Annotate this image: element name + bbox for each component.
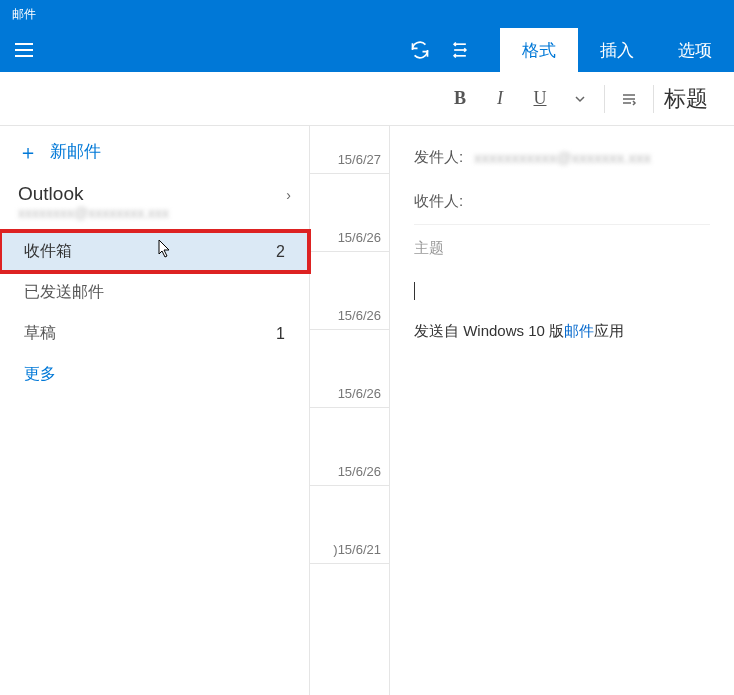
new-mail-label: 新邮件 [50, 140, 101, 163]
subject-input[interactable]: 主题 [414, 224, 710, 272]
message-date: 15/6/26 [338, 464, 381, 479]
hamburger-menu-icon[interactable] [15, 43, 33, 57]
message-item[interactable]: 15/6/27 [310, 126, 389, 174]
folder-more[interactable]: 更多 [0, 354, 309, 395]
message-item[interactable]: 15/6/26 [310, 330, 389, 408]
message-body[interactable]: 发送自 Windows 10 版邮件应用 [414, 272, 710, 341]
message-date: 15/6/26 [338, 308, 381, 323]
sidebar: ＋ 新邮件 Outlook xxxxxxxx@xxxxxxxx.xxx › 收件… [0, 126, 310, 695]
message-list: 15/6/27 15/6/26 15/6/26 15/6/26 15/6/26 … [310, 126, 390, 695]
app-title: 邮件 [12, 6, 36, 23]
toolbar: 格式 插入 选项 [0, 28, 734, 72]
tab-format[interactable]: 格式 [500, 28, 578, 72]
underline-button[interactable]: U [520, 79, 560, 119]
heading-style-button[interactable]: 标题 [664, 84, 708, 114]
message-item[interactable]: 15/6/26 [310, 252, 389, 330]
folder-count: 1 [276, 325, 285, 343]
signature-link[interactable]: 邮件 [564, 322, 594, 339]
tab-options[interactable]: 选项 [656, 28, 734, 72]
folder-label: 更多 [24, 364, 56, 385]
chevron-right-icon: › [286, 187, 291, 203]
folder-label: 收件箱 [24, 241, 72, 262]
from-value: xxxxxxxxxxx@xxxxxxx.xxx [474, 149, 651, 166]
folder-count: 2 [276, 243, 285, 261]
message-item[interactable]: 15/6/26 [310, 408, 389, 486]
subject-placeholder: 主题 [414, 239, 444, 256]
settings-icon[interactable] [440, 28, 480, 72]
font-dropdown[interactable] [560, 79, 600, 119]
plus-icon: ＋ [18, 142, 38, 162]
folder-sent[interactable]: 已发送邮件 [0, 272, 309, 313]
title-bar: 邮件 [0, 0, 734, 28]
text-caret [414, 282, 415, 300]
folder-label: 已发送邮件 [24, 282, 104, 303]
to-label: 收件人: [414, 192, 474, 211]
account-row[interactable]: Outlook xxxxxxxx@xxxxxxxx.xxx › [0, 177, 309, 231]
compose-pane: 发件人: xxxxxxxxxxx@xxxxxxx.xxx 收件人: 主题 发送自… [390, 126, 734, 695]
from-row: 发件人: xxxxxxxxxxx@xxxxxxx.xxx [414, 136, 710, 180]
message-item[interactable]: )15/6/21 [310, 486, 389, 564]
bold-button[interactable]: B [440, 79, 480, 119]
tab-insert[interactable]: 插入 [578, 28, 656, 72]
italic-button[interactable]: I [480, 79, 520, 119]
account-name: Outlook [18, 183, 291, 205]
to-row[interactable]: 收件人: [414, 180, 710, 224]
message-date: 15/6/26 [338, 230, 381, 245]
folder-drafts[interactable]: 草稿 1 [0, 313, 309, 354]
divider [653, 85, 654, 113]
message-date: 15/6/27 [338, 152, 381, 167]
format-toolbar: B I U 标题 [0, 72, 734, 126]
account-email: xxxxxxxx@xxxxxxxx.xxx [18, 205, 291, 221]
divider [604, 85, 605, 113]
message-date: 15/6/26 [338, 386, 381, 401]
from-label: 发件人: [414, 148, 474, 167]
cursor-icon [158, 239, 172, 263]
message-item[interactable]: 15/6/26 [310, 174, 389, 252]
message-date: )15/6/21 [333, 542, 381, 557]
paragraph-button[interactable] [609, 79, 649, 119]
sync-icon[interactable] [400, 28, 440, 72]
folder-label: 草稿 [24, 323, 56, 344]
compose-tabs: 格式 插入 选项 [500, 28, 734, 72]
signature: 发送自 Windows 10 版邮件应用 [414, 322, 710, 341]
folder-inbox[interactable]: 收件箱 2 [0, 231, 309, 272]
new-mail-button[interactable]: ＋ 新邮件 [0, 126, 309, 177]
